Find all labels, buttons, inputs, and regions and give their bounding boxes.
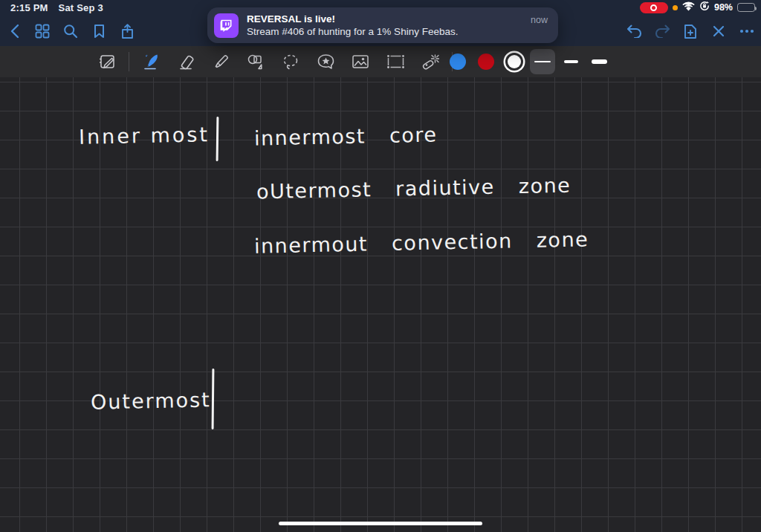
red-color-dot [478,53,494,70]
twitch-notification-banner[interactable]: REVERSAL is live! Stream #406 of hunting… [207,7,558,43]
handwritten-divider-stroke [212,369,215,429]
status-time: 2:15 PM [10,2,48,13]
notification-text: REVERSAL is live! Stream #406 of hunting… [247,13,525,38]
color-swatch-red[interactable] [472,47,500,77]
notification-time: now [531,15,548,25]
edit-mode-tool[interactable] [92,47,122,77]
mic-privacy-dot-icon [673,5,678,10]
thin-stroke-icon [534,61,551,63]
goodnotes-app: 2:15 PMSat Sep 3 98% [0,0,761,532]
laser-pointer-tool[interactable] [415,47,445,77]
handwriting-innermost-convection-zone: innermout convection zone [254,227,589,257]
color-swatch-blue[interactable] [444,47,472,77]
nav-right-buttons [620,18,761,45]
white-color-dot [508,55,521,68]
close-button[interactable] [705,18,733,45]
pen-tool-selected[interactable] [136,47,166,77]
redo-button[interactable] [648,18,676,45]
handwriting-outermost: Outermost [91,388,211,413]
highlighter-tool[interactable] [206,47,236,77]
tool-group [92,47,454,77]
blue-color-dot [450,53,466,70]
drawing-toolbar [0,46,761,77]
shapes-tool[interactable] [241,47,271,77]
text-tool[interactable] [380,47,410,77]
lasso-tool[interactable] [276,47,305,77]
twitch-icon [214,13,239,38]
handwriting-outermost-radiative-zone: oUtermost radiutive zone [256,174,571,204]
stroke-width-thick[interactable] [585,47,613,77]
status-right: 98% [640,1,755,13]
recording-indicator-icon[interactable] [640,2,668,13]
orientation-lock-icon [699,1,710,14]
stroke-width-medium[interactable] [557,47,585,77]
handwritten-divider-stroke [216,117,219,161]
search-button[interactable] [56,18,85,45]
image-tool[interactable] [346,47,375,77]
handwriting-inner-most: Inner most [79,123,210,149]
battery-percentage: 98% [714,2,733,13]
notification-body: Stream #406 of hunting for a 1% Shiny Fe… [247,25,525,38]
color-swatch-white-selected[interactable] [500,47,528,77]
eraser-tool[interactable] [171,47,201,77]
share-button[interactable] [113,18,141,45]
bookmark-button[interactable] [85,18,113,45]
back-button[interactable] [0,18,28,45]
color-and-stroke-group [444,47,613,77]
status-left: 2:15 PMSat Sep 3 [10,2,103,13]
stroke-width-thin-selected[interactable] [528,47,557,77]
medium-stroke-icon [564,60,578,63]
battery-icon [737,3,755,12]
wifi-icon [682,1,695,14]
toolbar-divider [129,52,129,71]
home-indicator[interactable] [279,522,482,525]
battery-tip [755,7,757,10]
undo-button[interactable] [620,18,648,45]
status-date: Sat Sep 3 [59,2,103,13]
thumbnails-button[interactable] [28,18,56,45]
stickers-tool[interactable] [311,47,340,77]
notification-title: REVERSAL is live! [247,13,525,25]
add-page-button[interactable] [676,18,705,45]
nav-left-buttons [0,18,141,45]
note-canvas[interactable]: Inner most innermost core oUtermost radi… [0,77,761,532]
thick-stroke-icon [592,59,607,64]
more-button[interactable] [733,18,761,45]
handwriting-innermost-core: innermost core [254,123,438,149]
record-dot-icon [650,4,657,11]
